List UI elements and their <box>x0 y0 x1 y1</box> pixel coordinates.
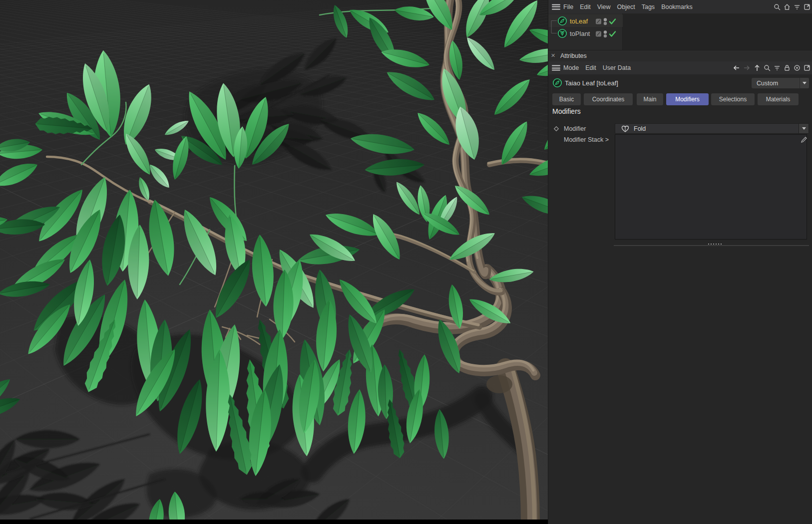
close-icon[interactable]: ✕ <box>551 52 555 59</box>
menu-view[interactable]: View <box>597 3 611 10</box>
viewport-bottom-strip <box>0 520 548 524</box>
object-manager-menu-icon[interactable] <box>552 4 560 9</box>
modifier-dropdown[interactable]: Fold <box>615 123 809 134</box>
tab-selections[interactable]: Selections <box>711 93 755 105</box>
object-manager: toLeaf toPlant <box>548 13 812 50</box>
chevron-right-icon: > <box>605 136 609 143</box>
pencil-icon[interactable] <box>800 136 808 144</box>
home-icon[interactable] <box>784 3 791 10</box>
object-flags-toplant[interactable] <box>596 30 618 38</box>
modifier-stack-label[interactable]: Modifier Stack > <box>564 136 609 143</box>
search-icon[interactable] <box>764 64 771 71</box>
dropdown-arrow-icon[interactable] <box>800 78 809 88</box>
tab-materials[interactable]: Materials <box>758 93 799 105</box>
preset-value: Custom <box>757 80 778 87</box>
menu-user-data[interactable]: User Data <box>603 64 631 71</box>
tab-main[interactable]: Main <box>637 93 663 105</box>
preset-dropdown[interactable]: Custom <box>752 78 809 88</box>
menu-bookmarks[interactable]: Bookmarks <box>661 3 693 10</box>
attributes-title: Attributes <box>560 52 587 59</box>
menu-tags[interactable]: Tags <box>642 3 655 10</box>
new-window-icon[interactable] <box>804 64 811 71</box>
viewport-3d[interactable] <box>0 0 548 520</box>
object-flags-toleaf[interactable] <box>596 17 618 26</box>
attributes-menubar: Mode Edit User Data <box>548 61 812 74</box>
tab-coordinates[interactable]: Coordinates <box>584 93 633 105</box>
attributes-menu-icon[interactable] <box>552 65 560 71</box>
modifier-label: Modifier <box>564 125 586 132</box>
modifiers-section-title: Modifiers <box>552 107 581 115</box>
modifier-stack-box[interactable] <box>615 134 807 240</box>
menu-mode[interactable]: Mode <box>563 64 579 71</box>
object-title-row: Taiao Leaf [toLeaf] Custom <box>548 76 812 90</box>
leaf-object-icon <box>552 78 562 88</box>
menu-edit[interactable]: Edit <box>580 3 591 10</box>
up-arrow-icon[interactable] <box>754 64 761 71</box>
dropdown-arrow-icon[interactable] <box>799 124 809 133</box>
new-window-icon[interactable] <box>804 3 811 10</box>
panel-splitter[interactable] <box>614 245 809 246</box>
filter-icon[interactable] <box>794 3 801 10</box>
splitter-dots <box>708 244 722 245</box>
fold-modifier-icon <box>621 125 629 133</box>
filter-icon[interactable] <box>774 64 781 71</box>
object-manager-menubar: File Edit View Object Tags Bookmarks <box>548 0 812 13</box>
lock-icon[interactable] <box>784 64 791 71</box>
modifier-value: Fold <box>634 125 646 132</box>
menu-file[interactable]: File <box>563 3 573 10</box>
target-icon[interactable] <box>794 64 801 71</box>
menu-edit2[interactable]: Edit <box>585 64 596 71</box>
diamond-icon[interactable] <box>553 126 559 132</box>
tab-modifiers[interactable]: Modifiers <box>666 93 709 105</box>
attributes-header: ✕ Attributes <box>548 50 812 61</box>
menu-object[interactable]: Object <box>617 3 635 10</box>
tab-basic[interactable]: Basic <box>552 93 581 105</box>
object-title: Taiao Leaf [toLeaf] <box>565 79 618 87</box>
back-arrow-icon[interactable] <box>733 64 740 71</box>
search-icon[interactable] <box>774 3 781 10</box>
right-panel: File Edit View Object Tags Bookmarks toL… <box>548 0 812 524</box>
forward-arrow-icon[interactable] <box>743 64 751 71</box>
